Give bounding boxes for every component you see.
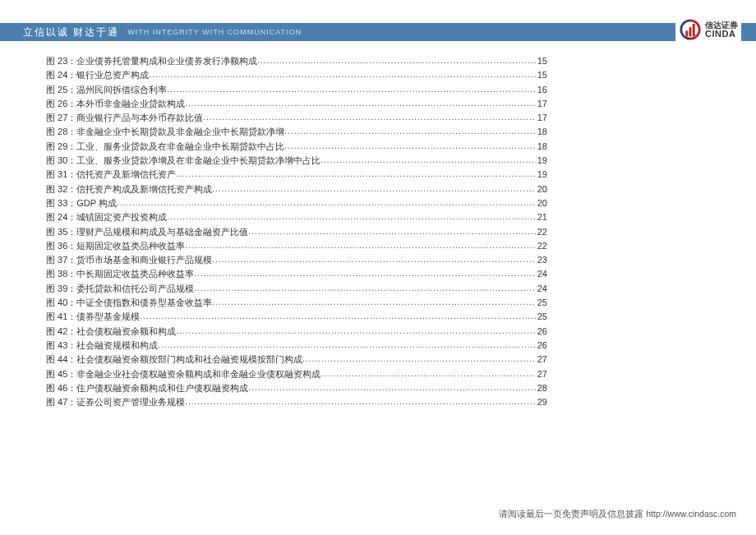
toc-row: 图 38：中长期固定收益类品种收益率24 <box>46 267 547 281</box>
brand-name-cn: 信达证券 <box>705 21 738 30</box>
toc-figure-label: 图 46： <box>46 381 76 394</box>
toc-leader-dots <box>320 367 535 380</box>
toc-figure-title: 城镇固定资产投资构成 <box>76 210 167 224</box>
svg-rect-2 <box>693 24 695 36</box>
toc-row: 图 27：商业银行产品与本外币存款比值17 <box>46 111 547 125</box>
brand-logo-text: 信达证券 CINDA <box>705 21 738 39</box>
toc-figure-title: 委托贷款和信托公司产品规模 <box>76 282 194 295</box>
toc-row: 图 31：信托资产及新增信托资产19 <box>46 168 547 182</box>
toc-figure-label: 图 36： <box>46 239 76 252</box>
toc-page-number: 18 <box>536 125 547 138</box>
toc-page-number: 17 <box>536 97 547 110</box>
toc-leader-dots <box>176 325 535 338</box>
toc-figure-label: 图 35： <box>46 225 76 238</box>
toc-page-number: 25 <box>536 296 547 309</box>
toc-figure-label: 图 39： <box>46 282 76 295</box>
toc-figure-label: 图 23： <box>46 54 76 67</box>
toc-figure-title: GDP 构成 <box>76 196 117 210</box>
toc-page-number: 24 <box>536 267 547 280</box>
brand-logo: 信达证券 CINDA <box>675 16 741 43</box>
toc-page-number: 26 <box>536 339 547 352</box>
header-bar: 立信以诚 财达于通 WITH INTEGRITY WITH COMMUNICAT… <box>0 23 756 41</box>
toc-row: 图 45：非金融企业社会债权融资余额构成和非金融企业债权融资构成27 <box>46 367 547 381</box>
toc-page-number: 20 <box>536 182 547 196</box>
toc-page-number: 18 <box>536 140 547 153</box>
toc-leader-dots <box>185 97 535 110</box>
toc-page-number: 27 <box>536 353 547 366</box>
toc-figure-title: 社会债权融资余额和构成 <box>76 325 176 338</box>
toc-figure-title: 证券公司资产管理业务规模 <box>76 395 185 408</box>
brand-name-en: CINDA <box>705 30 738 39</box>
toc-page-number: 24 <box>536 282 547 295</box>
toc-figure-label: 图 42： <box>46 325 76 338</box>
toc-figure-title: 企业债券托管量构成和企业债券发行净额构成 <box>76 54 257 67</box>
toc-row: 图 33：GDP 构成20 <box>46 196 547 210</box>
toc-row: 图 40：中证全债指数和债券型基金收益率25 <box>46 296 547 310</box>
toc-leader-dots <box>185 395 535 408</box>
toc-row: 图 43：社会融资规模和构成26 <box>46 339 547 353</box>
toc-figure-label: 图 44： <box>46 353 76 366</box>
toc-row: 图 24：城镇固定资产投资构成21 <box>46 210 547 224</box>
toc-leader-dots <box>320 154 535 167</box>
toc-figure-title: 信托资产及新增信托资产 <box>76 168 176 181</box>
toc-figure-label: 图 24： <box>46 210 76 224</box>
toc-page-number: 16 <box>536 83 547 96</box>
toc-row: 图 26：本外币非金融企业贷款构成17 <box>46 97 547 111</box>
toc-leader-dots <box>176 168 535 181</box>
toc-page-number: 25 <box>536 310 547 323</box>
header-slogan-en: WITH INTEGRITY WITH COMMUNICATION <box>127 28 302 36</box>
toc-figure-title: 理财产品规模和构成及与基础金融资产比值 <box>76 225 248 238</box>
toc-figure-title: 短期固定收益类品种收益率 <box>76 239 185 252</box>
toc-row: 图 24：银行业总资产构成15 <box>46 68 547 82</box>
footer-disclaimer: 请阅读最后一页免责声明及信息披露 http://www.cindasc.com <box>499 509 736 520</box>
toc-page-number: 19 <box>536 168 547 181</box>
toc-leader-dots <box>117 196 536 210</box>
toc-row: 图 39：委托贷款和信托公司产品规模24 <box>46 282 547 296</box>
table-of-contents: 图 23：企业债券托管量构成和企业债券发行净额构成15图 24：银行业总资产构成… <box>46 54 547 409</box>
toc-figure-title: 中证全债指数和债券型基金收益率 <box>76 296 212 309</box>
toc-leader-dots <box>149 68 535 81</box>
toc-figure-title: 非金融企业中长期贷款及非金融企业中长期贷款净增 <box>76 125 284 138</box>
toc-figure-label: 图 32： <box>46 182 76 196</box>
toc-figure-title: 债券型基金规模 <box>76 310 140 323</box>
toc-leader-dots <box>185 239 535 252</box>
toc-figure-title: 温州民间拆借综合利率 <box>76 83 167 96</box>
toc-row: 图 41：债券型基金规模25 <box>46 310 547 324</box>
toc-row: 图 37：货币市场基金和商业银行产品规模23 <box>46 253 547 267</box>
toc-row: 图 46：住户债权融资余额构成和住户债权融资构成28 <box>46 381 547 395</box>
toc-page-number: 20 <box>536 196 547 210</box>
toc-row: 图 42：社会债权融资余额和构成26 <box>46 325 547 339</box>
toc-leader-dots <box>158 339 535 352</box>
toc-figure-title: 工业、服务业贷款及在非金融企业中长期贷款中占比 <box>76 140 284 153</box>
toc-page-number: 15 <box>536 68 547 81</box>
toc-row: 图 29：工业、服务业贷款及在非金融企业中长期贷款中占比18 <box>46 140 547 154</box>
toc-page-number: 22 <box>536 225 547 238</box>
toc-leader-dots <box>284 140 535 153</box>
toc-leader-dots <box>203 111 535 124</box>
toc-page-number: 28 <box>536 381 547 394</box>
toc-figure-title: 货币市场基金和商业银行产品规模 <box>76 253 212 266</box>
toc-row: 图 32：信托资产构成及新增信托资产构成20 <box>46 182 547 196</box>
toc-row: 图 28：非金融企业中长期贷款及非金融企业中长期贷款净增18 <box>46 125 547 139</box>
toc-row: 图 44：社会债权融资余额按部门构成和社会融资规模按部门构成27 <box>46 353 547 367</box>
toc-leader-dots <box>212 296 535 309</box>
toc-figure-title: 商业银行产品与本外币存款比值 <box>76 111 203 124</box>
toc-figure-title: 社会融资规模和构成 <box>76 339 158 352</box>
toc-row: 图 30：工业、服务业贷款净增及在非金融企业中长期贷款净增中占比19 <box>46 154 547 168</box>
toc-figure-label: 图 28： <box>46 125 76 138</box>
toc-figure-label: 图 38： <box>46 267 76 280</box>
toc-leader-dots <box>248 381 535 394</box>
toc-page-number: 26 <box>536 325 547 338</box>
toc-figure-label: 图 25： <box>46 83 76 96</box>
header-slogan-cn: 立信以诚 财达于通 <box>23 25 119 39</box>
toc-figure-title: 本外币非金融企业贷款构成 <box>76 97 185 110</box>
toc-figure-label: 图 29： <box>46 140 76 153</box>
toc-leader-dots <box>284 125 535 138</box>
toc-page-number: 21 <box>536 210 547 224</box>
toc-row: 图 25：温州民间拆借综合利率16 <box>46 83 547 97</box>
toc-figure-label: 图 24： <box>46 68 76 81</box>
toc-figure-label: 图 41： <box>46 310 76 323</box>
svg-rect-0 <box>685 30 688 36</box>
toc-leader-dots <box>212 182 535 196</box>
toc-leader-dots <box>194 282 535 295</box>
